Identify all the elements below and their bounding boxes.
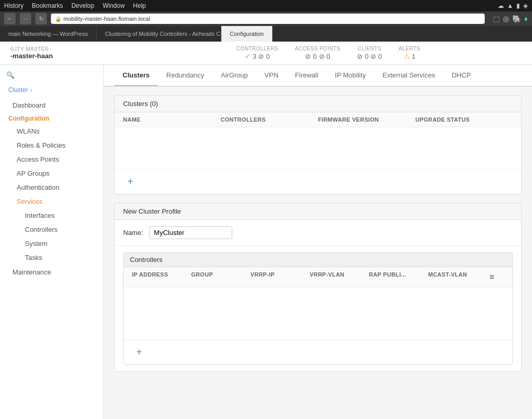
sidebar-item-services[interactable]: Services (0, 194, 103, 208)
forward-button[interactable]: → (20, 13, 31, 24)
new-cluster-panel-header: New Cluster Profile (115, 203, 521, 220)
controllers-menu-button[interactable]: ≡ (487, 271, 496, 283)
tab-airgroup[interactable]: AirGroup (212, 65, 256, 87)
browser-tab-0[interactable]: main Networking — WordPress (0, 26, 97, 42)
sidebar-item-ap-groups[interactable]: AP Groups (0, 166, 103, 180)
th-controllers: CONTROLLERS (221, 116, 318, 123)
search-icon: 🔍 (6, 71, 15, 79)
add-cluster-button[interactable]: + (119, 172, 142, 192)
stat-ok-icon: ✓ (245, 53, 250, 60)
tab-external-services[interactable]: External Services (374, 65, 443, 87)
stat-alerts-value: ⚠ 1 (404, 53, 416, 60)
battery-icon: ▮ (516, 2, 520, 9)
browser-tab-1[interactable]: Clustering of Mobility Controllers - Air… (97, 26, 221, 42)
stat-controllers-num: 3 (252, 53, 256, 60)
content-section: Clusters (0) NAME CONTROLLERS FIRMWARE V… (104, 87, 532, 388)
th-vrrp-ip: VRRP-IP (250, 271, 310, 283)
stat-clients-extra: ⊘ 0 (370, 53, 382, 60)
content-tabs: Clusters Redundancy AirGroup VPN Firewal… (104, 65, 532, 87)
th-firmware: FIRMWARE VERSION (318, 116, 416, 123)
app-title-section: ILITY MASTER -master-haan (10, 46, 114, 60)
stat-aps-extra: ⊘ 0 (319, 53, 330, 60)
app-title-label: ILITY MASTER (10, 46, 114, 52)
sidebar-search-area: 🔍 (0, 71, 103, 84)
main-layout: 🔍 Cluster › Dashboard Configuration WLAN… (0, 65, 532, 419)
add-controller-button[interactable]: + (128, 342, 151, 362)
stat-alerts: ALERTS ⚠ 1 (398, 46, 420, 60)
app-container: ILITY MASTER -master-haan CONTROLLERS ✓ … (0, 42, 532, 419)
sidebar-item-wlans[interactable]: WLANs (0, 124, 103, 138)
url-bar[interactable]: 🔒 mobility-master-haan.flomain.local (51, 14, 485, 24)
breadcrumb-separator: › (30, 86, 32, 94)
app-title-value: -master-haan (10, 52, 114, 60)
sidebar-item-tasks[interactable]: Tasks (0, 251, 103, 265)
stat-clients-value: ⊘ 0 ⊘ 0 (357, 53, 382, 60)
stat-aps-num: 0 (313, 53, 316, 60)
th-mcast-vlan: MCAST-VLAN (428, 271, 487, 283)
new-cluster-panel: New Cluster Profile Name: Controllers IP… (114, 203, 522, 372)
url-text: mobility-master-haan.flomain.local (63, 16, 150, 22)
menu-help[interactable]: Help (133, 2, 146, 9)
browser-tab-bar: main Networking — WordPress Clustering o… (0, 26, 532, 42)
stat-controllers-label: CONTROLLERS (236, 46, 278, 51)
menu-window[interactable]: Window (102, 2, 125, 9)
menu-bookmarks[interactable]: Bookmarks (32, 2, 63, 9)
name-label: Name: (123, 229, 143, 237)
sidebar: 🔍 Cluster › Dashboard Configuration WLAN… (0, 65, 104, 419)
bluetooth-icon: ◈ (523, 2, 528, 9)
sidebar-item-controllers[interactable]: Controllers (0, 222, 103, 237)
controllers-subpanel-header: Controllers (124, 253, 512, 267)
controllers-subpanel: Controllers IP ADDRESS GROUP VRRP-IP VRR… (123, 252, 513, 365)
sidebar-item-access-points[interactable]: Access Points (0, 152, 103, 166)
controllers-table-body (124, 287, 512, 339)
stat-controllers-value: ✓ 3 ⊘ 0 (245, 53, 270, 60)
th-group: GROUP (191, 271, 250, 283)
app-header: ILITY MASTER -master-haan CONTROLLERS ✓ … (0, 42, 532, 65)
stat-alerts-num: 1 (412, 53, 416, 60)
sidebar-item-system[interactable]: System (0, 237, 103, 251)
creative-cloud-icon: ☁ (498, 2, 504, 9)
sidebar-item-dashboard[interactable]: Dashboard (0, 98, 103, 113)
clusters-panel: Clusters (0) NAME CONTROLLERS FIRMWARE V… (114, 95, 522, 194)
reload-button[interactable]: ↻ (35, 13, 47, 24)
extension-icon-3: 🐘 (512, 15, 521, 23)
wifi-icon: ▲ (507, 2, 513, 9)
tab-redundancy[interactable]: Redundancy (158, 65, 212, 87)
menu-develop[interactable]: Develop (71, 2, 94, 9)
menu-bar: // Render menu items History Bookmarks D… (0, 0, 532, 11)
stat-clients-num: 0 (365, 53, 368, 60)
sidebar-item-interfaces[interactable]: Interfaces (0, 208, 103, 222)
clusters-panel-header: Clusters (0) (115, 96, 521, 112)
th-rap-publi: RAP PUBLI... (369, 271, 428, 283)
stat-aps: ACCESS POINTS ⊘ 0 ⊘ 0 (295, 46, 341, 60)
tab-ip-mobility[interactable]: IP Mobility (327, 65, 375, 87)
lock-icon: 🔒 (55, 16, 61, 22)
breadcrumb: Cluster › (0, 84, 103, 98)
tab-dhcp[interactable]: DHCP (443, 65, 479, 87)
th-upgrade-status: UPGRADE STATUS (416, 116, 513, 123)
clusters-table-body (115, 127, 521, 169)
browser-tab-2[interactable]: Configuration (221, 26, 272, 42)
stat-clients-icon: ⊘ (357, 53, 363, 60)
tab-vpn[interactable]: VPN (256, 65, 287, 87)
sidebar-item-maintenance[interactable]: Maintenance (0, 265, 103, 280)
stat-clients: CLIENTS ⊘ 0 ⊘ 0 (357, 46, 382, 60)
menu-history[interactable]: History (4, 2, 23, 9)
cluster-name-input[interactable] (149, 226, 232, 239)
stats-section: CONTROLLERS ✓ 3 ⊘ 0 ACCESS POINTS ⊘ 0 ⊘ … (135, 46, 522, 60)
extension-icon-1: ⬚ (493, 15, 500, 23)
sidebar-item-configuration[interactable]: Configuration (0, 113, 103, 124)
stat-controllers-extra: ⊘ 0 (258, 53, 270, 60)
stat-alerts-label: ALERTS (398, 46, 420, 51)
stat-clients-label: CLIENTS (357, 46, 381, 51)
sidebar-item-authentication[interactable]: Authentication (0, 180, 103, 194)
extension-icon-4: ♦ (524, 15, 528, 23)
back-button[interactable]: ← (4, 13, 16, 24)
stat-aps-label: ACCESS POINTS (295, 46, 341, 51)
tab-clusters[interactable]: Clusters (114, 65, 158, 87)
breadcrumb-link[interactable]: Cluster (8, 86, 28, 94)
sidebar-item-roles-policies[interactable]: Roles & Policies (0, 138, 103, 152)
browser-toolbar: ← → ↻ 🔒 mobility-master-haan.flomain.loc… (0, 11, 532, 26)
tab-firewall[interactable]: Firewall (287, 65, 327, 87)
stat-aps-icon: ⊘ (305, 53, 311, 60)
